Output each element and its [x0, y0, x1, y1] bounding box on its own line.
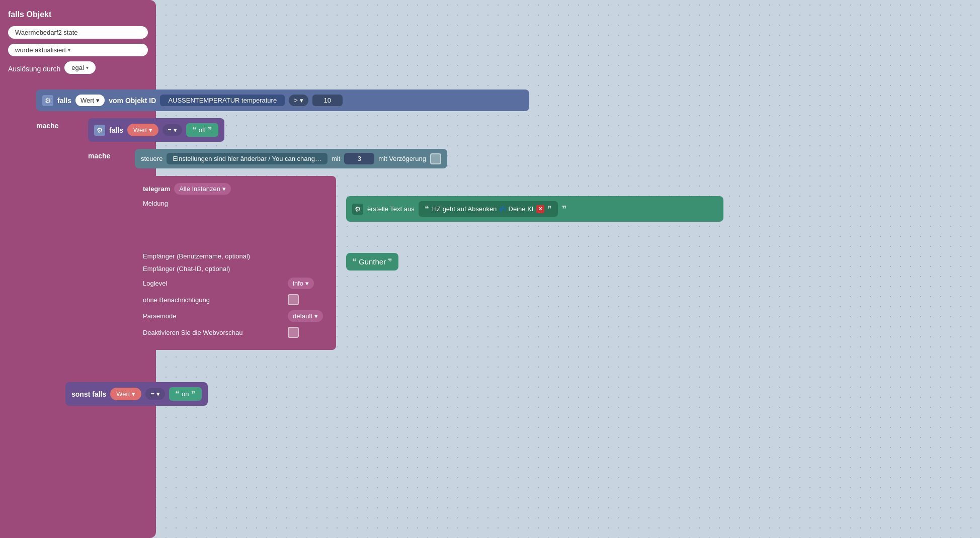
chevron-down-icon: ▾ [314, 312, 318, 320]
falls-inner-label: falls [109, 126, 123, 134]
chevron-down-icon: ▾ [222, 185, 226, 193]
value-input[interactable]: 10 [312, 95, 343, 106]
falls-label: falls [57, 97, 71, 105]
chevron-down-icon: ▾ [149, 126, 152, 134]
operator-block[interactable]: > ▾ [289, 95, 308, 106]
loglevel-dropdown[interactable]: info ▾ [288, 278, 314, 289]
loglevel-label: Loglevel [143, 280, 284, 287]
deaktivieren-label: Deaktivieren Sie die Webvorschau [143, 329, 284, 336]
chevron-down-icon: ▾ [305, 280, 309, 287]
ohne-benachrichtigung-label: ohne Benachrichtigung [143, 296, 284, 304]
red-x-icon[interactable]: ✕ [536, 205, 544, 213]
chevron-down-icon: ▾ [156, 390, 160, 398]
loglevel-row: Loglevel info ▾ [143, 278, 328, 289]
mit-label: mit [332, 155, 340, 162]
parsemode-label: Parsemode [143, 312, 284, 320]
empfaenger-chat-label: Empfänger (Chat-ID, optional) [143, 265, 284, 273]
deaktivieren-row: Deaktivieren Sie die Webvorschau [143, 327, 328, 338]
chevron-down-icon: ▾ [96, 97, 100, 104]
on-string-block: ❝ on ❞ [169, 387, 201, 401]
verzoegerung-checkbox[interactable] [430, 153, 441, 164]
chevron-down-icon: ▾ [132, 390, 135, 398]
chevron-down-icon: ▾ [300, 97, 303, 104]
gear-icon-green[interactable]: ⚙ [352, 204, 363, 215]
object-id-block: AUSSENTEMPERATUR temperature [160, 95, 285, 106]
mache-label-1: mache [36, 122, 58, 130]
wert-dropdown[interactable]: Wert ▾ [75, 95, 105, 106]
gear-icon-inner[interactable]: ⚙ [94, 125, 105, 136]
chevron-down-icon: ▾ [86, 65, 89, 70]
wurde-aktualisiert-button[interactable]: wurde aktualisiert ▾ [8, 44, 148, 56]
telegram-row: telegram Alle Instanzen ▾ [143, 183, 328, 195]
egal-button[interactable]: egal ▾ [64, 61, 96, 74]
eq-dropdown[interactable]: = ▾ [162, 124, 182, 136]
quote-open-icon: ❝ [192, 125, 197, 135]
steuere-value[interactable]: 3 [344, 153, 374, 164]
erstelle-label: erstelle Text aus [367, 205, 415, 213]
chevron-down-icon: ▾ [174, 126, 177, 134]
steuere-block: steuere Einstellungen sind hier änderbar… [135, 149, 447, 168]
wert-dropdown-inner[interactable]: Wert ▾ [127, 124, 158, 136]
erstelle-text-block: ⚙ erstelle Text aus ❝ HZ geht auf Absenk… [346, 196, 723, 222]
meldung-label: Meldung [143, 200, 284, 207]
gunther-name: Gunther [359, 257, 386, 266]
meldung-row: Meldung [143, 200, 328, 207]
text-quote-close: ❞ [547, 204, 552, 214]
eq-dropdown-sonst[interactable]: = ▾ [145, 388, 165, 400]
gunther-block: ❝ Gunther ❞ [346, 253, 398, 271]
ausloesung-row: Auslösung durch egal ▾ [8, 61, 148, 74]
empfaenger-username-row: Empfänger (Benutzername, optional) [143, 252, 328, 260]
gear-icon[interactable]: ⚙ [42, 95, 53, 106]
meldung-spacer [143, 212, 328, 252]
quote-close-icon: ❞ [208, 125, 212, 135]
telegram-block: telegram Alle Instanzen ▾ Meldung Empfän… [135, 176, 336, 350]
falls-inner-block: ⚙ falls Wert ▾ = ▾ ❝ off ❞ [88, 118, 224, 142]
chevron-down-icon: ▾ [68, 47, 70, 53]
sidebar-title: falls Objekt [8, 10, 148, 19]
empfaenger-label: Empfänger (Benutzername, optional) [143, 252, 284, 260]
deaktivieren-checkbox[interactable] [288, 327, 299, 338]
vom-objekt-label: vom Objekt ID [109, 97, 156, 105]
telegram-label: telegram [143, 185, 170, 193]
text-content: HZ geht auf Absenken 💤 Deine KI [432, 205, 534, 213]
ohne-benachrichtigung-row: ohne Benachrichtigung [143, 294, 328, 305]
on-quote-open: ❝ [175, 389, 180, 399]
outer-quote-close: ❞ [562, 204, 567, 215]
waermebedarf-button[interactable]: Waermebedarf2 state [8, 26, 148, 39]
mache-label-2: mache [88, 152, 110, 160]
sonst-falls-block: sonst falls Wert ▾ = ▾ ❝ on ❞ [65, 382, 208, 406]
off-string-block: ❝ off ❞ [186, 123, 218, 137]
empfaenger-chat-row: Empfänger (Chat-ID, optional) [143, 265, 328, 273]
einstellungen-block: Einstellungen sind hier änderbar / You c… [167, 153, 328, 164]
ohne-benachrichtigung-checkbox[interactable] [288, 294, 299, 305]
gunther-quote-open: ❝ [352, 257, 357, 266]
parsemode-dropdown[interactable]: default ▾ [288, 310, 323, 322]
wert-dropdown-sonst[interactable]: Wert ▾ [110, 388, 141, 400]
text-quote-open: ❝ [425, 204, 429, 214]
steuere-label: steuere [141, 155, 162, 162]
mit-verzoegerung-label: mit Verzögerung [378, 155, 426, 162]
sonst-falls-label: sonst falls [71, 390, 106, 398]
gunther-quote-close: ❞ [388, 257, 392, 266]
sidebar: falls Objekt Waermebedarf2 state wurde a… [0, 0, 156, 538]
alle-instanzen-dropdown[interactable]: Alle Instanzen ▾ [174, 183, 231, 195]
on-quote-close: ❞ [191, 389, 196, 399]
parsemode-row: Parsemode default ▾ [143, 310, 328, 322]
text-content-block: ❝ HZ geht auf Absenken 💤 Deine KI ✕ ❞ [419, 201, 558, 217]
falls-outer-block: ⚙ falls Wert ▾ vom Objekt ID AUSSENTEMPE… [36, 89, 529, 111]
